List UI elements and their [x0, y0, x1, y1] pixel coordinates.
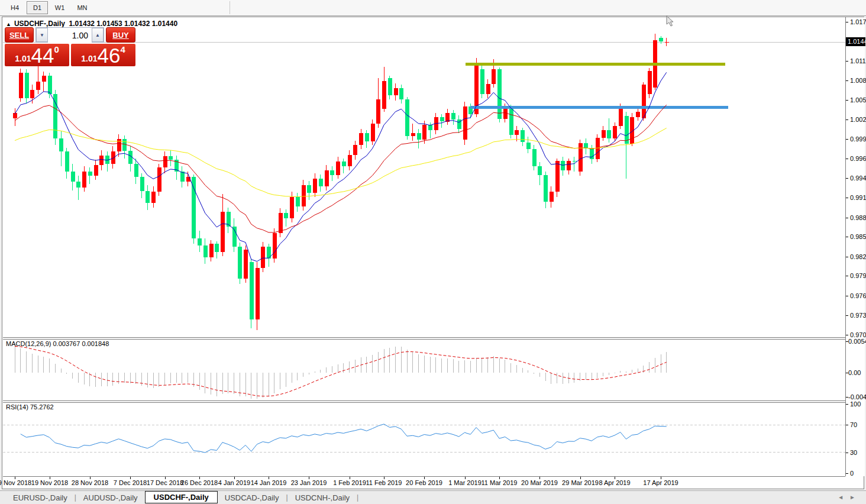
period-button-h4[interactable]: H4	[4, 1, 25, 14]
axis-tick	[846, 159, 848, 159]
buy-price-prefix: 1.01	[81, 54, 97, 63]
rsi-axis-label: 70	[850, 421, 857, 428]
rsi-axis-label: 0	[850, 470, 854, 477]
tab-scroll-nav: ◄►	[838, 494, 861, 500]
macd-axis-label: 0.005429	[848, 338, 866, 345]
resistance-line[interactable]	[466, 63, 725, 66]
macd-signal-line	[15, 347, 667, 396]
sell-button-label: SELL	[9, 31, 29, 40]
axis-tick	[846, 473, 848, 474]
price-axis-label: 0.97355	[850, 312, 866, 319]
axis-tick	[846, 80, 848, 81]
rsi-indicator-label: RSI(14) 75.2762	[6, 403, 54, 411]
axis-tick	[846, 198, 848, 198]
price-axis-label: 0.99985	[850, 135, 866, 143]
axis-tick	[846, 257, 848, 257]
buy-button-label: BUY	[112, 31, 128, 40]
period-button-w1[interactable]: W1	[49, 1, 70, 14]
price-axis-label: 1.01740	[850, 18, 866, 25]
chart-title: ▲USDCHF-,Daily 1.01432 1.01453 1.01432 1…	[6, 20, 177, 28]
price-axis-label: 0.99400	[850, 175, 866, 182]
trading-terminal: { "toolbar": {"periods": ["H4", "D1", "W…	[0, 0, 866, 504]
axis-tick	[846, 335, 848, 335]
ohlc-readout: 1.01432 1.01453 1.01432 1.01440	[69, 20, 178, 28]
tab-scroll-right-icon[interactable]: ►	[849, 494, 861, 500]
macd-histogram	[15, 347, 667, 399]
panel-separator[interactable]	[3, 400, 864, 401]
price-axis-label: 0.99695	[850, 155, 866, 162]
rsi-axis-label: 30	[850, 449, 857, 456]
axis-tick	[846, 425, 848, 425]
axis-tick	[846, 178, 848, 179]
current-price-tag: 1.01440	[846, 37, 865, 46]
axis-tick	[846, 276, 848, 276]
chart-tab-audusd[interactable]: AUDUSD-,Daily	[76, 492, 145, 503]
date-axis-label: 17 Apr 2019	[631, 479, 690, 486]
symbol-title: USDCHF-,Daily	[14, 20, 65, 28]
chart-tab-usdchf[interactable]: USDCHF-,Daily	[145, 491, 218, 503]
sell-price-fraction: 0	[54, 44, 59, 54]
date-axis[interactable]: 9 Nov 201819 Nov 201828 Nov 20187 Dec 20…	[3, 476, 845, 489]
chart-tab-usdcnh[interactable]: USDCNH-,Daily	[288, 492, 357, 503]
axis-tick	[846, 315, 848, 316]
axis-tick	[846, 218, 848, 218]
price-axis-label: 1.00280	[850, 116, 866, 123]
axis-tick	[846, 61, 848, 62]
panel-separator	[3, 339, 864, 340]
support-line[interactable]	[470, 106, 728, 109]
chart-tab-eurusd[interactable]: EURUSD-,Daily	[6, 492, 75, 503]
axis-tick	[846, 139, 848, 140]
axis-tick	[846, 119, 848, 120]
candles	[13, 34, 669, 330]
volume-stepper: ▼ ▲	[35, 27, 104, 43]
price-axis-label: 1.00865	[850, 77, 866, 84]
sell-price-display[interactable]: 1.01440	[5, 44, 69, 66]
axis-tick	[846, 453, 848, 453]
mouse-cursor-icon	[666, 15, 676, 27]
price-axis-label: 0.98815	[850, 214, 866, 221]
macd-axis-label: 0.00	[848, 369, 861, 376]
toolbar-separator	[230, 1, 230, 14]
price-axis-label: 0.98230	[850, 253, 866, 260]
price-axis-label: 0.98525	[850, 233, 866, 240]
price-axis-label: 1.00570	[850, 96, 866, 104]
volume-increase-button[interactable]: ▲	[92, 28, 104, 42]
axis-tick	[846, 100, 848, 101]
axis-tick	[846, 22, 848, 22]
buy-price-display[interactable]: 1.01464	[71, 44, 135, 66]
volume-input[interactable]	[48, 28, 92, 43]
sell-button[interactable]: SELL	[5, 27, 34, 43]
tab-scroll-left-icon[interactable]: ◄	[838, 494, 849, 500]
sell-price-prefix: 1.01	[15, 54, 31, 63]
chart-canvas[interactable]	[3, 17, 845, 476]
chevron-down-icon: ▼	[40, 33, 44, 38]
one-click-trade-panel: SELL ▼ ▲ BUY 1.01440 1.01464	[5, 27, 135, 66]
collapse-icon[interactable]: ▲	[6, 21, 11, 27]
rsi-line	[21, 424, 667, 453]
price-axis-label: 0.99110	[850, 194, 866, 201]
chart-tab-bar: EURUSD-,Daily|AUDUSD-,DailyUSDCHF-,Daily…	[0, 490, 866, 504]
chevron-up-icon: ▲	[95, 33, 100, 38]
price-axis[interactable]: 1.017401.011551.008651.005701.002800.999…	[845, 17, 865, 476]
rsi-axis-label: 100	[850, 400, 861, 408]
price-axis-label: 1.01155	[850, 57, 866, 64]
macd-axis-label: -0.004217	[848, 393, 866, 400]
sell-price-pips: 44	[31, 46, 54, 65]
tab-separator: |	[357, 493, 358, 502]
volume-decrease-button[interactable]: ▼	[36, 28, 48, 42]
axis-tick	[846, 404, 848, 405]
timeframe-toolbar: H4D1W1MN	[0, 0, 866, 16]
axis-tick	[846, 296, 848, 296]
axis-tick	[846, 237, 848, 237]
buy-button[interactable]: BUY	[106, 27, 135, 43]
buy-price-pips: 46	[97, 46, 120, 65]
price-axis-label: 0.97645	[850, 292, 866, 299]
buy-price-fraction: 4	[120, 44, 125, 54]
period-button-mn[interactable]: MN	[72, 1, 93, 14]
period-button-d1[interactable]: D1	[27, 1, 48, 14]
price-axis-label: 0.97940	[850, 272, 866, 279]
panel-separator[interactable]	[3, 337, 864, 338]
macd-indicator-label: MACD(12,26,9) 0.003767 0.001848	[6, 340, 109, 347]
panel-separator	[3, 402, 864, 403]
chart-tab-usdcad[interactable]: USDCAD-,Daily	[218, 492, 286, 503]
